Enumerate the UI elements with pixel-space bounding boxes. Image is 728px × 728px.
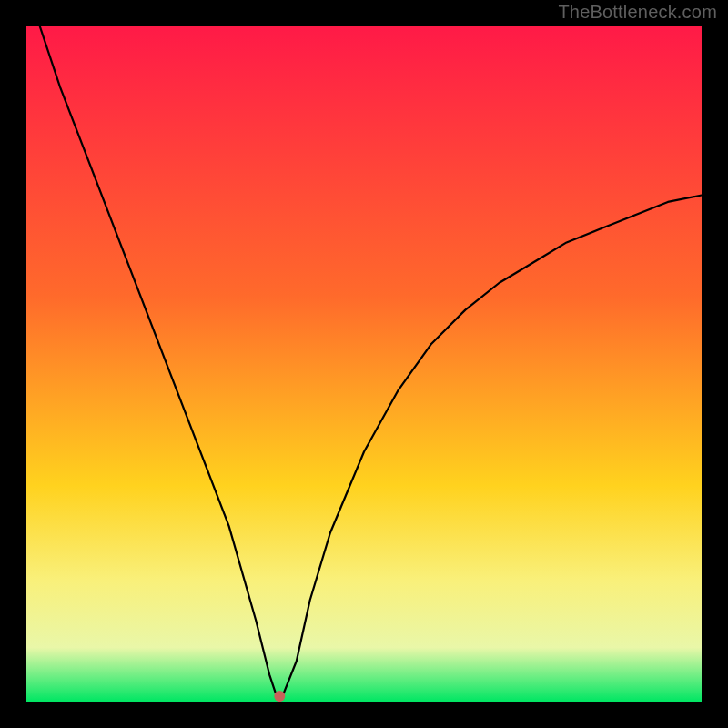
watermark-text: TheBottleneck.com [558, 2, 717, 23]
min-marker [274, 691, 285, 702]
chart-frame: TheBottleneck.com [0, 0, 728, 728]
bottleneck-chart [26, 26, 702, 702]
gradient-background [26, 26, 702, 702]
